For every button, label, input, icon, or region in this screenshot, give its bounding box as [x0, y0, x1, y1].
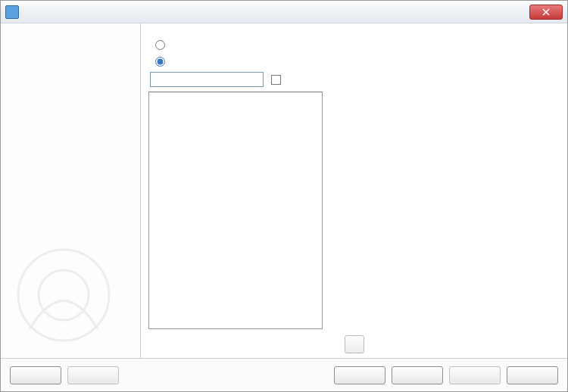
radio-select-row[interactable]: [148, 52, 560, 69]
dataset-list: [148, 92, 323, 329]
svg-point-0: [18, 250, 109, 341]
footer: [1, 358, 567, 391]
radio-skip-row[interactable]: [148, 36, 560, 52]
search-input[interactable]: [150, 72, 264, 87]
titlebar: [1, 1, 567, 23]
help-button[interactable]: [10, 366, 61, 384]
next-button[interactable]: [392, 366, 443, 384]
close-icon: [542, 8, 550, 16]
dataset-scroll[interactable]: [149, 92, 322, 328]
wizard-body: [1, 23, 567, 358]
panel-instruction: [148, 28, 560, 36]
radio-skip[interactable]: [155, 40, 165, 50]
finish-button[interactable]: [449, 366, 501, 384]
split-area: [148, 92, 560, 329]
only-downloaded-checkbox[interactable]: [271, 75, 284, 85]
radio-select[interactable]: [155, 57, 165, 67]
previous-button[interactable]: [334, 366, 385, 384]
reset-button[interactable]: [67, 366, 119, 384]
svg-point-1: [39, 270, 89, 320]
info-panel: [330, 92, 560, 329]
cancel-button[interactable]: [507, 366, 558, 384]
app-icon: [5, 5, 19, 19]
download-button[interactable]: [345, 335, 364, 353]
search-row: [148, 69, 560, 92]
main-panel: [141, 23, 567, 358]
watermark-icon: [7, 238, 120, 352]
steps-sidebar: [1, 23, 141, 358]
close-button[interactable]: [529, 5, 563, 20]
wizard-window: [0, 0, 568, 392]
download-row: [148, 329, 560, 355]
checkbox-icon: [271, 75, 281, 85]
